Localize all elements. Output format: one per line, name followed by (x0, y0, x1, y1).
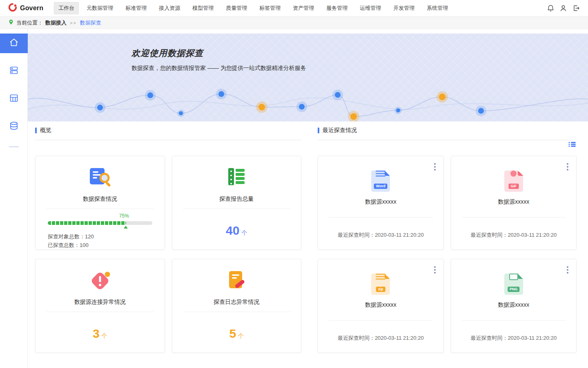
card-menu-icon[interactable] (565, 161, 570, 173)
home-icon (9, 37, 19, 49)
bell-icon[interactable] (547, 4, 554, 12)
hero-banner: 欢迎使用数据探查 数据探查，您的数据情报管家 —— 为您提供一站式数据精准分析服… (28, 34, 588, 121)
recent-section: 最近探查情况 Word 数据源xxxxx 最近探查时间：2020-03-11 2… (318, 127, 577, 353)
recent-datasource-card[interactable]: zip 数据源xxxxx 最近探查时间：2020-03-11 21:20:20 (318, 259, 444, 353)
card-title: 数据源连接异常情况 (36, 298, 165, 306)
top-nav-item[interactable]: 工作台 (54, 2, 79, 14)
hero-subtitle: 数据探查，您的数据情报管家 —— 为您提供一站式数据精准分析服务 (131, 65, 306, 72)
file-type-badge: zip (376, 287, 385, 292)
file-glyph (376, 171, 385, 172)
file-type-badge: GIF (508, 184, 519, 189)
sidebar-item-datasource[interactable] (0, 61, 28, 81)
file-fold-corner (385, 171, 390, 176)
section-accent-bar (318, 128, 319, 133)
hero-title: 欢迎使用数据探查 (131, 47, 203, 59)
report-total-value: 40个 (172, 224, 301, 238)
file-type-icon: PNG (504, 274, 523, 295)
server-list-icon (9, 65, 19, 77)
file-glyph (376, 274, 385, 275)
top-nav-item[interactable]: 运维管理 (355, 2, 385, 14)
last-probe-time: 最近探查时间：2020-03-11 21:20:20 (318, 231, 443, 239)
card-divider (329, 217, 433, 218)
overview-card-connection-errors: 数据源连接异常情况 3个 (35, 259, 165, 353)
card-title: 探查报告总量 (172, 195, 301, 203)
breadcrumb-separator: >> (70, 20, 77, 25)
list-view-icon[interactable] (568, 141, 577, 150)
progress-marker (124, 226, 128, 229)
card-divider (462, 320, 566, 321)
card-menu-icon[interactable] (432, 264, 438, 276)
top-nav-item[interactable]: 质量管理 (221, 2, 252, 14)
datasource-name: 数据源xxxxx (318, 301, 443, 309)
card-title: 探查日志异常情况 (172, 298, 301, 306)
database-icon (9, 121, 19, 132)
probe-status-icon (36, 167, 165, 189)
breadcrumb-parent[interactable]: 数据接入 (45, 19, 67, 27)
recent-datasource-card[interactable]: Word 数据源xxxxx 最近探查时间：2020-03-11 21:20:20 (318, 156, 444, 250)
probe-done-stat: 已探查总数：100 (48, 241, 152, 249)
card-menu-icon[interactable] (565, 264, 570, 276)
file-type-badge: Word (374, 184, 388, 189)
recent-title: 最近探查情况 (323, 127, 357, 134)
card-divider (183, 209, 291, 209)
recent-cards: Word 数据源xxxxx 最近探查时间：2020-03-11 21:20:20… (318, 156, 577, 353)
overview-header: 概览 (35, 127, 301, 140)
datasource-name: 数据源xxxxx (451, 301, 577, 309)
top-nav-item[interactable]: 模型管理 (188, 2, 218, 14)
recent-datasource-card[interactable]: PNG 数据源xxxxx 最近探查时间：2020-03-11 21:20:20 (451, 259, 577, 353)
report-total-icon (172, 167, 301, 189)
card-title: 数据探查情况 (36, 195, 165, 203)
main-area: 欢迎使用数据探查 数据探查，您的数据情报管家 —— 为您提供一站式数据精准分析服… (28, 29, 588, 368)
log-error-value: 5个 (172, 327, 301, 341)
connection-error-icon (36, 270, 165, 292)
card-divider (183, 312, 291, 312)
table-icon (9, 93, 19, 105)
card-divider (329, 320, 433, 321)
breadcrumb-current[interactable]: 数据探查 (80, 19, 101, 27)
top-nav-item[interactable]: 服务管理 (322, 2, 352, 14)
top-nav-item[interactable]: 元数据管理 (82, 2, 118, 14)
card-menu-icon[interactable] (432, 161, 438, 173)
top-nav-item[interactable]: 接入资源 (154, 2, 185, 14)
connection-error-value: 3个 (36, 327, 165, 341)
probe-progress-fill (48, 221, 126, 225)
progress-percent: 75% (119, 213, 129, 219)
section-accent-bar (35, 128, 37, 133)
overview-card-report-total: 探查报告总量 40个 (172, 156, 302, 250)
logo-icon (8, 3, 17, 13)
recent-datasource-card[interactable]: GIF 数据源xxxxx 最近探查时间：2020-03-11 21:20:20 (451, 156, 577, 250)
file-fold-corner (518, 171, 523, 176)
last-probe-time: 最近探查时间：2020-03-11 21:20:20 (451, 231, 577, 239)
file-glyph (509, 274, 518, 280)
last-probe-time: 最近探查时间：2020-03-11 21:20:20 (318, 334, 443, 342)
top-nav-item[interactable]: 开发管理 (389, 2, 419, 14)
top-nav-item[interactable]: 系统管理 (422, 2, 452, 14)
top-nav-item[interactable]: 资产管理 (288, 2, 318, 14)
top-nav-item[interactable]: 标签管理 (255, 2, 285, 14)
sidebar-item-home[interactable] (0, 34, 28, 53)
probe-total-stat: 探查对象总数：120 (48, 232, 152, 241)
logout-icon[interactable] (572, 4, 580, 12)
recent-header: 最近探查情况 (318, 127, 577, 140)
wave-dots (95, 89, 486, 121)
datasource-name: 数据源xxxxx (318, 198, 443, 206)
sidebar-item-table[interactable] (0, 89, 28, 109)
file-type-icon: zip (371, 274, 390, 295)
sidebar (0, 29, 28, 368)
overview-card-log-errors: 探查日志异常情况 5个 (172, 259, 302, 353)
card-divider (46, 209, 154, 209)
overview-card-probe-status: 数据探查情况 75% 探查对象总数：120 (35, 156, 165, 250)
datasource-name: 数据源xxxxx (451, 198, 577, 206)
top-nav-item[interactable]: 标准管理 (121, 2, 151, 14)
probe-progress-block: 75% 探查对象总数：120 已探查总数：100 (36, 213, 165, 249)
file-type-icon: GIF (504, 171, 523, 192)
hero-wave-decoration (28, 72, 588, 121)
user-icon[interactable] (560, 4, 567, 12)
file-type-icon: Word (371, 171, 390, 192)
probe-progress-bar (48, 221, 152, 225)
sidebar-item-database[interactable] (0, 117, 28, 137)
app-logo[interactable]: Govern (8, 3, 43, 13)
overview-title: 概览 (40, 127, 51, 134)
sidebar-divider (9, 146, 19, 147)
location-pin-icon (8, 19, 14, 27)
